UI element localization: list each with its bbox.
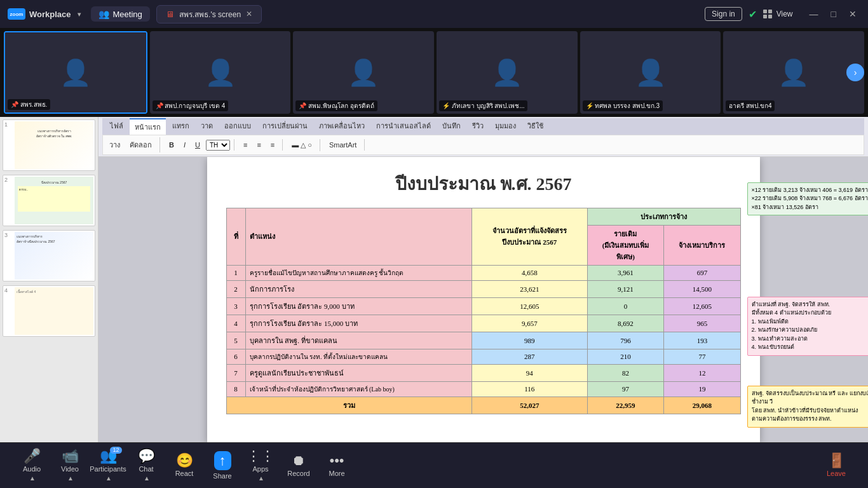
participant-label-5: อาตรี สพป.ขก4 [726, 100, 775, 111]
video-label: Video [61, 465, 79, 473]
main-content: 1 แนวทางการบริหารอัตราอัตราจ้างตัวตรวจ ใ… [0, 117, 868, 442]
chat-icon: 💬 [138, 449, 155, 463]
slide-view[interactable]: ปีงบประมาณ พ.ศ. 2567 ที่ ตำแหน่ง จำนวนอั… [98, 157, 868, 442]
meeting-label: Meeting [113, 10, 142, 19]
underline-button[interactable]: U [191, 139, 204, 151]
audio-icon: 🎤 [24, 449, 41, 463]
table-row: 1 ครูรายชื่อแม้ไขปัญหาสถานศึกษาภาคแสดงคร… [226, 265, 740, 280]
react-icon: 😊 [176, 454, 193, 468]
video-control[interactable]: 📹 Video ▲ [51, 449, 89, 482]
participant-label-2: 📌 สพม.พิษณุโลก อุตรดิตถ์ [295, 100, 377, 111]
ribbon-tab-review[interactable]: รีวิว [467, 118, 489, 135]
zoom-icon: zoom [8, 8, 25, 20]
slide-table: ที่ ตำแหน่ง จำนวนอัตราที่แจ้งจัดสรรปีงบป… [226, 208, 741, 414]
slide-num-3: 3 [4, 232, 12, 238]
leave-control[interactable]: 🚪 Leave [817, 454, 855, 477]
title-bar: zoom Workplace ▾ 👥 Meeting 🖥 สพร.สพธ.'s … [0, 0, 868, 28]
chat-caret-icon[interactable]: ▲ [144, 475, 150, 482]
slide-thumb-1[interactable]: 1 แนวทางการบริหารอัตราอัตราจ้างตัวตรวจ ใ… [3, 119, 95, 171]
annotation-box-3: สพฐ. จัดสรรงบเป็นงบประมาณ หรี และ แยกงบเ… [747, 386, 869, 428]
share-control[interactable]: ↑ Share [203, 451, 241, 480]
table-row: 5 บุคลากรใน สพฐ. ที่ขาดแคลน 989 796 193 [226, 332, 740, 349]
participant-label-0: 📌 สพร.สพธ. [8, 99, 50, 110]
italic-button[interactable]: I [180, 139, 189, 151]
video-strip: 📌 สพร.สพธ. 📌 สพป.กาญจนบุรี เขต 4 📌 สพม.พ… [0, 28, 868, 117]
audio-caret-icon[interactable]: ▲ [29, 475, 36, 482]
smartart-button[interactable]: SmartArt [325, 139, 360, 151]
record-label: Record [287, 470, 309, 477]
sign-in-button[interactable]: Sign in [705, 7, 742, 21]
video-thumb-2[interactable]: 📌 สพม.พิษณุโลก อุตรดิตถ์ [293, 31, 434, 114]
participant-label-3: ⚡ ภัทเลขา บุญสิริ สพป.เพช... [439, 100, 527, 111]
ribbon-shapes-group: ▬ △ ○ [288, 139, 320, 151]
bottom-toolbar: 🎤 Audio ▲ 📹 Video ▲ 👥12 Participants ▲ 💬… [0, 442, 868, 488]
ribbon-tab-trans[interactable]: การเปลี่ยนผ่าน [257, 118, 313, 135]
record-control[interactable]: ⏺ Record [280, 454, 318, 477]
ribbon-tab-home[interactable]: หน้าแรก [130, 118, 166, 135]
chat-control[interactable]: 💬 Chat ▲ [127, 449, 165, 482]
slide-preview-3: แนวทางการบริหารอัตราจ้างปีงบประมาณ 2567 [15, 232, 93, 280]
workplace-label: Workplace [29, 10, 71, 19]
leave-icon: 🚪 [828, 454, 845, 468]
align-left-button[interactable]: ≡ [240, 139, 251, 151]
screen-tab-close-icon[interactable]: ✕ [246, 10, 252, 18]
participants-control[interactable]: 👥12 Participants ▲ [89, 449, 127, 482]
apps-caret-icon[interactable]: ▲ [258, 475, 264, 482]
ribbon-tab-anim[interactable]: ภาพเคลื่อนไหว [314, 118, 370, 135]
more-label: More [329, 470, 344, 477]
screen-share-tab[interactable]: 🖥 สพร.สพธ.'s screen ✕ [156, 5, 262, 24]
slides-panel: 1 แนวทางการบริหารอัตราอัตราจ้างตัวตรวจ ใ… [0, 117, 98, 442]
video-caret-icon[interactable]: ▲ [67, 475, 74, 482]
audio-control[interactable]: 🎤 Audio ▲ [13, 449, 51, 482]
ribbon-tab-slideshow[interactable]: การนำเสนอสไลด์ [371, 118, 436, 135]
participants-caret-icon[interactable]: ▲ [105, 475, 112, 482]
table-header-count: จำนวนอัตราที่แจ้งจัดสรรปีงบประมาณ 2567 [472, 208, 587, 265]
video-thumb-0[interactable]: 📌 สพร.สพธ. [4, 31, 147, 114]
apps-control[interactable]: ⋮⋮ Apps ▲ [241, 449, 280, 482]
video-thumb-3[interactable]: ⚡ ภัทเลขา บุญสิริ สพป.เพช... [437, 31, 578, 114]
slide-frame: ปีงบประมาณ พ.ศ. 2567 ที่ ตำแหน่ง จำนวนอั… [207, 157, 760, 442]
ribbon-content: วาง คัดลอก B I U TH ≡ ≡ ≡ ▬ △ ○ [102, 135, 864, 155]
ribbon-tab-design[interactable]: ออกแบบ [219, 118, 256, 135]
align-center-button[interactable]: ≡ [253, 139, 264, 151]
table-subheader-hired: จ้างเหมาบริการ [664, 225, 740, 265]
screen-icon: 🖥 [166, 10, 174, 19]
ribbon-tab-file[interactable]: ไฟล์ [105, 118, 128, 135]
meeting-tab[interactable]: 👥 Meeting [91, 6, 150, 22]
bold-button[interactable]: B [165, 139, 178, 151]
record-icon: ⏺ [292, 454, 306, 468]
table-header-position: ตำแหน่ง [245, 208, 472, 265]
shapes-button[interactable]: ▬ △ ○ [288, 139, 316, 151]
maximize-icon[interactable]: □ [827, 8, 840, 20]
font-family-select[interactable]: TH [206, 140, 230, 151]
video-thumb-1[interactable]: 📌 สพป.กาญจนบุรี เขต 4 [150, 31, 291, 114]
slide-preview-1: แนวทางการบริหารอัตราอัตราจ้างตัวตรวจ ใน … [15, 121, 93, 169]
view-button[interactable]: View [763, 10, 793, 18]
annotation-box-1: ×12 รายเดิม 3,213 จ้างเหมา 406 = 3,619 อ… [747, 182, 869, 216]
ribbon-tab-record[interactable]: บันทึก [437, 118, 466, 135]
slide-thumb-4[interactable]: 4 เนื้อหาสไลด์ 4 [3, 285, 95, 337]
slide-title: ปีงบประมาณ พ.ศ. 2567 [226, 170, 741, 198]
video-thumb-5[interactable]: อาตรี สพป.ขก4 [723, 31, 864, 114]
view-grid-icon [763, 10, 772, 18]
ribbon-tab-insert[interactable]: แทรก [167, 118, 194, 135]
dropdown-arrow-icon[interactable]: ▾ [78, 11, 81, 18]
table-row: 2 นักการภารโรง 23,621 9,121 14,500 [226, 280, 740, 297]
react-control[interactable]: 😊 React [165, 454, 203, 477]
minimize-icon[interactable]: — [806, 8, 822, 20]
ribbon-tab-draw[interactable]: วาด [196, 118, 218, 135]
video-icon: 📹 [62, 449, 79, 463]
copy-button[interactable]: คัดลอก [126, 137, 156, 152]
close-icon[interactable]: ✕ [845, 8, 860, 20]
more-control[interactable]: ••• More [318, 454, 356, 477]
slide-thumb-3[interactable]: 3 แนวทางการบริหารอัตราจ้างปีงบประมาณ 256… [3, 230, 95, 281]
align-right-button[interactable]: ≡ [267, 139, 278, 151]
next-participants-button[interactable]: › [846, 64, 864, 81]
verified-icon: ✔ [749, 8, 757, 20]
paste-button[interactable]: วาง [105, 137, 124, 152]
ribbon-tab-view[interactable]: มุมมอง [490, 118, 521, 135]
window-controls: — □ ✕ [806, 8, 860, 20]
ribbon-tab-help[interactable]: วิธีใช้ [522, 118, 548, 135]
slide-thumb-2[interactable]: 2 ปีงบประมาณ 2567 ตาราง... [3, 175, 95, 226]
video-thumb-4[interactable]: ⚡ ทศพล บรรจง สพป.ขก.3 [580, 31, 721, 114]
